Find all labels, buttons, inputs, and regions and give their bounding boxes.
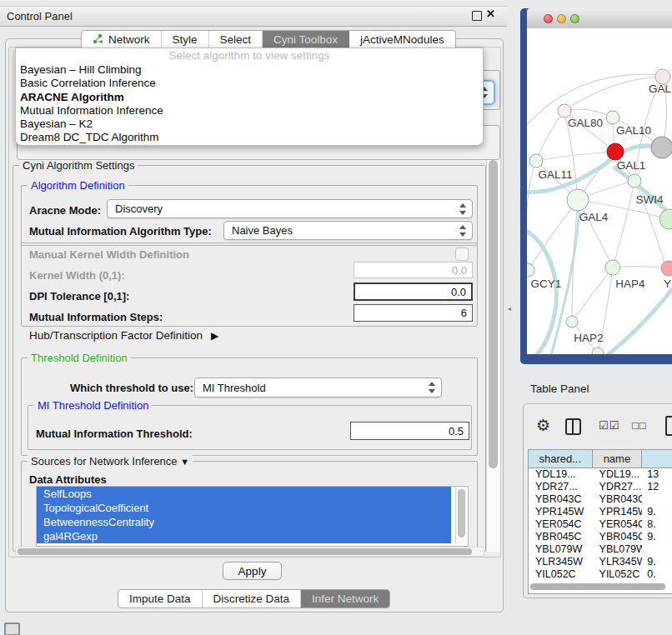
tab-impute-data[interactable]: Impute Data bbox=[118, 590, 203, 608]
horizontal-scrollbar[interactable] bbox=[15, 547, 484, 557]
network-canvas[interactable]: GALGAL80GAL10GAL1GAL11SWI4GAL4GCY1HAP4YH… bbox=[527, 28, 672, 354]
manual-kernel-checkbox[interactable] bbox=[455, 248, 469, 261]
network-edge bbox=[613, 181, 634, 268]
table-row[interactable]: YBL079WYBL079W bbox=[529, 543, 672, 556]
float-window-icon[interactable] bbox=[472, 11, 482, 21]
network-view-window[interactable]: GALGAL80GAL10GAL1GAL11SWI4GAL4GCY1HAP4YH… bbox=[520, 8, 672, 364]
tab-label: Impute Data bbox=[129, 592, 191, 605]
scrollbar-thumb[interactable] bbox=[530, 583, 665, 590]
file-icon[interactable] bbox=[665, 416, 672, 436]
scrollbar-thumb[interactable] bbox=[489, 160, 498, 468]
gear-icon[interactable]: ⚙ bbox=[536, 416, 550, 435]
minimized-panel-icon[interactable] bbox=[4, 622, 20, 635]
kernel-width-value: 0.0 bbox=[452, 264, 467, 277]
node-hap4[interactable] bbox=[605, 260, 620, 275]
table-horizontal-scrollbar[interactable] bbox=[530, 582, 672, 592]
attribute-item-gal4rgexp[interactable]: gal4RGexp bbox=[37, 529, 451, 543]
kernel-width-label: Kernel Width (0,1): bbox=[29, 269, 125, 282]
columns-icon[interactable] bbox=[565, 418, 581, 435]
table-cell: YDL19... bbox=[593, 468, 643, 481]
node-unlabeled[interactable] bbox=[651, 137, 672, 158]
table-row[interactable]: YIL052CYIL052C0. bbox=[529, 568, 672, 580]
attribute-item-selfloops[interactable]: SelfLoops bbox=[37, 487, 451, 501]
node-y[interactable] bbox=[661, 261, 672, 276]
attribute-items: SelfLoopsTopologicalCoefficientBetweenne… bbox=[37, 487, 468, 543]
table-row[interactable]: YDR27...YDR27...12 bbox=[529, 481, 672, 493]
table-row[interactable]: YBR045CYBR045C9. bbox=[529, 531, 672, 543]
node-gal80[interactable] bbox=[558, 104, 571, 118]
node-unlabeled[interactable] bbox=[628, 174, 641, 188]
node-label: SWI4 bbox=[635, 193, 663, 206]
mi-type-label: Mutual Information Algorithm Type: bbox=[29, 225, 212, 238]
select-all-icon[interactable]: ☑☑ bbox=[599, 419, 619, 432]
table-row[interactable]: YPR145WYPR145W9. bbox=[529, 506, 672, 518]
scrollbar-thumb[interactable] bbox=[18, 548, 472, 555]
tab-network[interactable]: Network bbox=[82, 31, 162, 48]
tab-label: Infer Network bbox=[312, 592, 379, 605]
list-vertical-scrollbar[interactable] bbox=[455, 487, 467, 544]
tab-select[interactable]: Select bbox=[209, 31, 263, 48]
column-header-shared-[interactable]: shared... bbox=[529, 450, 593, 468]
table-row[interactable]: YER054CYER054C8. bbox=[529, 518, 672, 531]
group-legend: Sources for Network Inference ▼ bbox=[28, 455, 193, 468]
algorithm-option-aracne-algorithm[interactable]: ARACNE Algorithm bbox=[16, 91, 483, 104]
algorithm-option-dream8-dc-tdc-algorithm[interactable]: Dream8 DC_TDC Algorithm bbox=[16, 131, 483, 144]
table-toolbar: ⚙ ☑☑ □□ bbox=[524, 412, 672, 442]
tab-discretize-data[interactable]: Discretize Data bbox=[203, 590, 302, 608]
table-row[interactable]: YBR043CYBR043C bbox=[529, 493, 672, 506]
algorithm-option-bayesian-k2[interactable]: Bayesian – K2 bbox=[16, 118, 483, 131]
node-gcy1[interactable] bbox=[527, 263, 534, 277]
tab-jactivemnodules[interactable]: jActiveMNodules bbox=[349, 31, 455, 48]
collapse-down-icon[interactable]: ▼ bbox=[180, 457, 189, 467]
node-gal10[interactable] bbox=[606, 111, 619, 124]
node-swi4[interactable] bbox=[659, 209, 672, 229]
settings-vertical-scrollbar[interactable] bbox=[486, 158, 500, 552]
close-icon[interactable]: ✕ bbox=[486, 8, 495, 20]
aracne-mode-select[interactable]: Discovery bbox=[107, 199, 473, 218]
stepper-icon bbox=[428, 382, 435, 393]
tab-infer-network[interactable]: Infer Network bbox=[301, 590, 389, 608]
table-row[interactable]: YDL19...YDL19...13 bbox=[529, 468, 672, 481]
node-label: GAL1 bbox=[617, 159, 646, 172]
network-window-titlebar[interactable] bbox=[527, 8, 672, 29]
network-edge bbox=[604, 280, 672, 354]
column-header-clipped[interactable] bbox=[642, 450, 672, 468]
node-gal1[interactable] bbox=[607, 143, 624, 160]
which-threshold-label: Which threshold to use: bbox=[70, 382, 193, 394]
network-edge bbox=[527, 166, 534, 270]
algorithm-option-mutual-information-inference[interactable]: Mutual Information Inference bbox=[16, 104, 483, 118]
apply-button[interactable]: Apply bbox=[223, 562, 282, 580]
which-threshold-select[interactable]: MI Threshold bbox=[194, 378, 442, 398]
table-cell: 8. bbox=[642, 518, 672, 531]
table-cell: YLR345W bbox=[529, 556, 593, 568]
table-panel: ⚙ ☑☑ □□ shared...name YDL19...YDL19...13… bbox=[523, 403, 672, 598]
splitter-collapse-icon[interactable]: ◂ bbox=[508, 305, 511, 312]
table-row[interactable]: YLR345WYLR345W9. bbox=[529, 556, 672, 568]
node-label: HAP2 bbox=[574, 332, 603, 344]
node-hap2[interactable] bbox=[566, 316, 578, 328]
tab-style[interactable]: Style bbox=[162, 31, 209, 48]
apply-button-label: Apply bbox=[238, 565, 267, 578]
close-traffic-light-icon[interactable] bbox=[544, 14, 553, 23]
hub-expander[interactable]: Hub/Transcription Factor Definition ▶ bbox=[29, 329, 218, 342]
scrollbar-thumb[interactable] bbox=[458, 489, 465, 538]
node-gal4[interactable] bbox=[567, 189, 589, 211]
unselect-all-icon[interactable]: □□ bbox=[632, 419, 647, 432]
zoom-traffic-light-icon[interactable] bbox=[570, 14, 579, 23]
mi-threshold-field[interactable]: 0.5 bbox=[350, 422, 469, 440]
attribute-item-topologicalcoefficient[interactable]: TopologicalCoefficient bbox=[37, 501, 451, 515]
algorithm-option-basic-correlation-inference[interactable]: Basic Correlation Inference bbox=[16, 77, 483, 90]
data-attributes-list[interactable]: SelfLoopsTopologicalCoefficientBetweenne… bbox=[36, 486, 469, 547]
node-label: GAL bbox=[649, 82, 672, 95]
tab-cyni-toolbox[interactable]: Cyni Toolbox bbox=[263, 31, 349, 48]
minimize-traffic-light-icon[interactable] bbox=[557, 14, 566, 23]
mi-steps-field[interactable]: 6 bbox=[354, 304, 473, 322]
kernel-width-field[interactable]: 0.0 bbox=[354, 262, 473, 278]
column-header-name[interactable]: name bbox=[593, 450, 643, 468]
attribute-item-betweennesscentrality[interactable]: BetweennessCentrality bbox=[37, 515, 451, 529]
aracne-mode-value: Discovery bbox=[115, 202, 163, 215]
dpi-tolerance-field[interactable]: 0.0 bbox=[354, 282, 473, 301]
algorithm-option-bayesian-hill-climbing[interactable]: Bayesian – Hill Climbing bbox=[16, 63, 483, 77]
mi-algorithm-type-select[interactable]: Naive Bayes bbox=[223, 221, 473, 240]
node-gal11[interactable] bbox=[529, 154, 543, 168]
